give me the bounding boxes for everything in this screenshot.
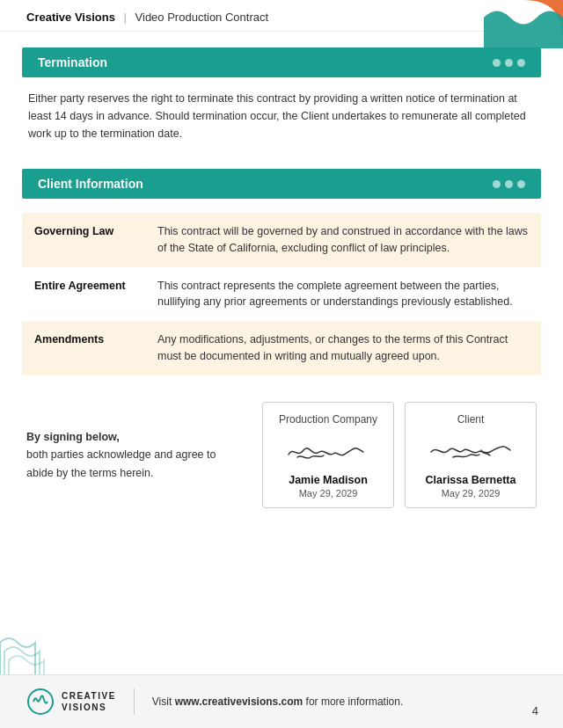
footer-logo-text: CREATIVE VISIONS [62, 690, 116, 713]
termination-dots [493, 59, 525, 67]
client-info-bar: Client Information [22, 169, 541, 199]
client-date: May 29, 2029 [418, 488, 523, 499]
table-row: Governing Law This contract will be gove… [22, 213, 541, 267]
footer-divider [134, 688, 135, 715]
production-sig-svg [284, 433, 372, 468]
sig-box-client: Client Clarissa Bernetta May 29, 2029 [405, 402, 537, 508]
table-cell-value: This contract represents the complete ag… [145, 267, 541, 322]
production-role: Production Company [275, 413, 381, 426]
brand-name: Creative Visions [26, 11, 115, 24]
client-info-table: Governing Law This contract will be gove… [22, 213, 541, 375]
footer-visit: Visit [152, 695, 172, 708]
client-info-dots [493, 180, 525, 188]
footer-brand-line2: VISIONS [62, 702, 116, 713]
table-cell-label: Entire Agreement [22, 267, 145, 322]
svg-point-0 [28, 689, 53, 714]
ci-dot-2 [505, 180, 513, 188]
client-name: Clarissa Bernetta [418, 474, 523, 486]
termination-section: Termination Either party reserves the ri… [0, 47, 563, 160]
footer-brand-line1: CREATIVE [62, 690, 116, 702]
table-row: Amendments Any modifications, adjustment… [22, 321, 541, 375]
ci-dot-1 [493, 180, 501, 188]
dot-2 [505, 59, 513, 67]
signature-left-text: By signing below, both parties acknowled… [26, 402, 245, 483]
dot-3 [517, 59, 525, 67]
table-cell-label: Governing Law [22, 213, 145, 267]
table-cell-label: Amendments [22, 321, 145, 375]
table-cell-value: This contract will be governed by and co… [145, 213, 541, 267]
signature-boxes: Production Company Jamie Madison May 29,… [262, 402, 537, 508]
signing-bold: By signing below, [26, 431, 120, 443]
footer-logo: CREATIVE VISIONS [26, 688, 116, 716]
footer-url: www.creativevisions.com [175, 695, 303, 708]
footer-suffix: for more information. [306, 695, 404, 708]
client-info-title: Client Information [38, 177, 143, 191]
page-number: 4 [532, 704, 538, 717]
termination-bar: Termination [22, 47, 541, 77]
production-signature-image [275, 431, 381, 470]
production-name: Jamie Madison [275, 474, 381, 486]
termination-text: Either party reserves the right to termi… [0, 77, 563, 160]
production-date: May 29, 2029 [275, 488, 381, 499]
client-info-section: Client Information Governing Law This co… [0, 169, 563, 375]
footer: CREATIVE VISIONS Visit www.creativevisio… [0, 674, 563, 728]
client-role: Client [418, 413, 523, 426]
dot-1 [493, 59, 501, 67]
footer-url-text: Visit www.creativevisions.com for more i… [152, 695, 403, 708]
header-subtitle: Video Production Contract [135, 11, 269, 24]
footer-logo-icon [26, 688, 55, 716]
signature-section: By signing below, both parties acknowled… [0, 384, 563, 517]
client-signature-image [418, 431, 523, 470]
sig-box-production: Production Company Jamie Madison May 29,… [262, 402, 394, 508]
ci-dot-3 [517, 180, 525, 188]
client-sig-svg [427, 433, 515, 468]
termination-title: Termination [38, 55, 107, 69]
header-separator: | [124, 11, 127, 24]
header-logo: Creative Visions | Video Production Cont… [26, 11, 268, 24]
table-cell-value: Any modifications, adjustments, or chang… [145, 321, 541, 375]
signing-text: both parties acknowledge and agree to ab… [26, 448, 216, 479]
top-right-decoration [475, 0, 563, 48]
table-row: Entire Agreement This contract represent… [22, 267, 541, 322]
